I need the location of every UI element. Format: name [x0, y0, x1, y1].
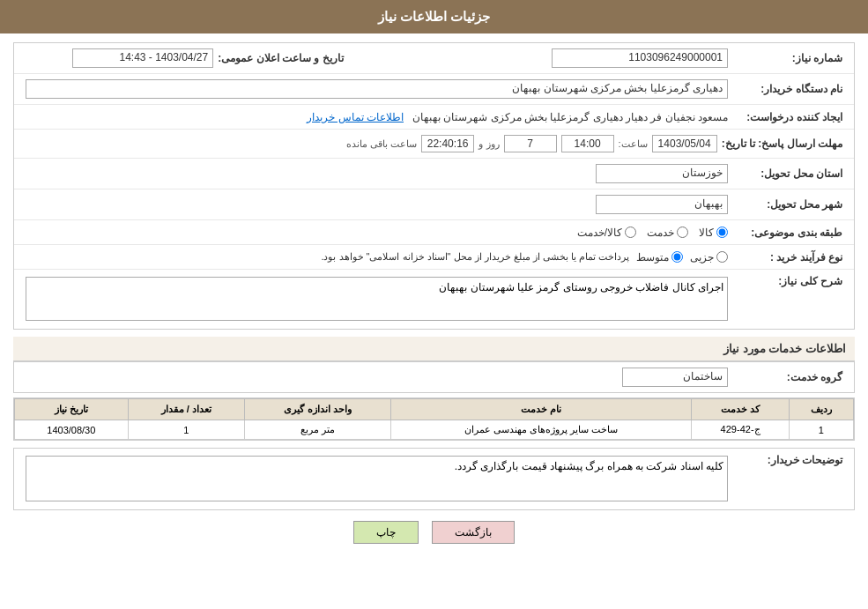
- province-label: استان محل تحویل:: [732, 167, 847, 180]
- col-qty: تعداد / مقدار: [128, 399, 244, 420]
- col-date: تاریخ نیاز: [15, 399, 129, 420]
- cell-rownum: 1: [789, 420, 853, 440]
- service-group-value: ساختمان: [622, 368, 728, 387]
- requester-value: مسعود نجفیان فر دهیار دهیاری گرمزعلیا بخ…: [412, 111, 728, 123]
- service-group-label: گروه خدمت:: [732, 371, 847, 383]
- remaining-value: 22:40:16: [421, 135, 475, 152]
- cell-unit: متر مربع: [244, 420, 390, 440]
- cell-code: ج-42-429: [692, 420, 790, 440]
- city-value: بهبهان: [596, 195, 728, 214]
- deadline-time: 14:00: [561, 135, 614, 152]
- radio-jozi[interactable]: جزیی: [690, 251, 728, 264]
- back-button[interactable]: بازگشت: [432, 521, 515, 544]
- radio-kala[interactable]: کالا: [699, 227, 728, 239]
- department-value: دهیاری گرمزعلیا بخش مرکزی شهرستان بهبهان: [26, 79, 728, 99]
- time-label: ساعت:: [619, 138, 648, 150]
- province-value: خوزستان: [596, 164, 728, 183]
- pub-date-value: 1403/04/27 - 14:43: [72, 48, 213, 68]
- days-label: روز و: [479, 138, 499, 150]
- days-value: 7: [504, 135, 557, 152]
- services-section-title: اطلاعات خدمات مورد نیاز: [13, 337, 855, 361]
- radio-khedmat[interactable]: خدمت: [647, 227, 688, 239]
- table-row: 1 ج-42-429 ساخت سایر پروژه‌های مهندسی عم…: [15, 420, 854, 440]
- process-label: نوع فرآیند خرید :: [732, 251, 847, 264]
- col-code: کد خدمت: [692, 399, 790, 420]
- contact-link[interactable]: اطلاعات تماس خریدار: [307, 111, 404, 123]
- print-button[interactable]: چاپ: [353, 521, 419, 544]
- col-rownum: ردیف: [789, 399, 853, 420]
- needs-number-label: شماره نیاز:: [732, 52, 847, 64]
- process-note: پرداخت تمام یا بخشی از مبلغ خریدار از مح…: [321, 251, 629, 263]
- deadline-date: 1403/05/04: [652, 135, 717, 152]
- city-label: شهر محل تحویل:: [732, 198, 847, 211]
- needs-desc-label: شرح کلی نیاز:: [732, 275, 847, 287]
- col-unit: واحد اندازه گیری: [244, 399, 390, 420]
- pub-date-label: تاریخ و ساعت اعلان عمومی:: [218, 52, 347, 64]
- cell-qty: 1: [128, 420, 244, 440]
- requester-label: ایجاد کننده درخواست:: [732, 111, 847, 123]
- page-title: جزئیات اطلاعات نیاز: [0, 0, 868, 33]
- radio-kala-khedmat[interactable]: کالا/خدمت: [577, 227, 636, 239]
- buyer-desc-label: توضیحات خریدار:: [732, 454, 847, 466]
- cell-name: ساخت سایر پروژه‌های مهندسی عمران: [391, 420, 692, 440]
- category-label: طبقه بندی موضوعی:: [732, 227, 847, 239]
- col-name: نام خدمت: [391, 399, 692, 420]
- services-table: ردیف کد خدمت نام خدمت واحد اندازه گیری ت…: [14, 398, 854, 440]
- needs-desc-textarea[interactable]: [26, 277, 728, 321]
- department-label: نام دستگاه خریدار:: [732, 83, 847, 95]
- needs-number-value: 1103096249000001: [552, 48, 728, 68]
- radio-motevaset[interactable]: متوسط: [636, 251, 683, 264]
- buyer-desc-textarea[interactable]: [26, 456, 728, 501]
- cell-date: 1403/08/30: [15, 420, 129, 440]
- remaining-label: ساعت باقی مانده: [346, 138, 417, 150]
- deadline-label: مهلت ارسال پاسخ: تا تاریخ:: [722, 137, 847, 150]
